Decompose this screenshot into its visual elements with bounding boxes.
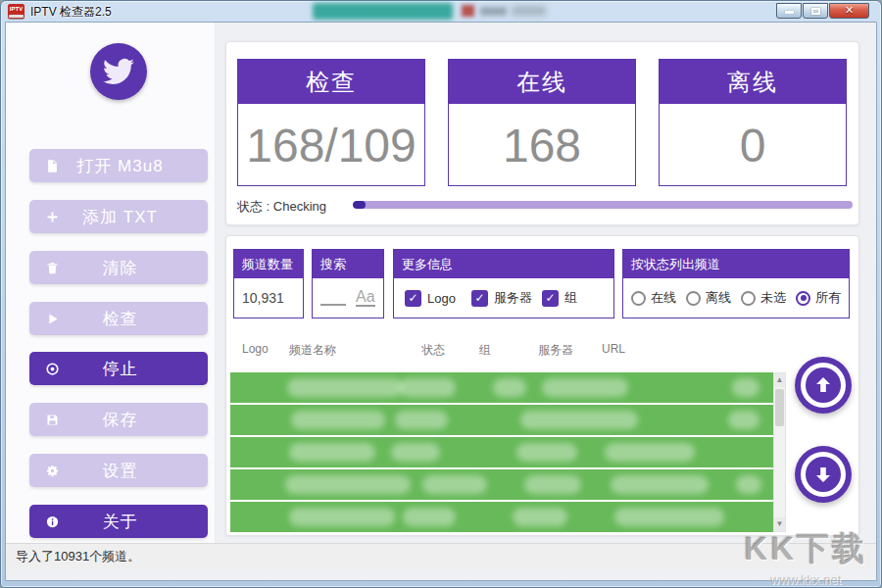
redacted-cell	[493, 378, 526, 397]
redacted-cell	[391, 443, 440, 462]
radio-label: 在线	[651, 289, 676, 307]
search-panel: 搜索 Aa	[312, 249, 384, 318]
stat-value: 168/109	[238, 104, 424, 186]
maximize-icon	[811, 8, 820, 15]
stat-card-offline: 离线 0	[659, 59, 847, 186]
stat-value: 168	[449, 104, 635, 186]
redacted-cell	[289, 508, 395, 526]
table-row[interactable]	[230, 469, 773, 500]
scroll-up-arrow-icon[interactable]: ▲	[774, 373, 785, 387]
info-icon	[45, 514, 60, 529]
close-button[interactable]	[829, 3, 869, 19]
redacted-cell	[289, 443, 375, 462]
table-row[interactable]	[230, 502, 773, 532]
redacted-cell	[524, 475, 581, 494]
redacted-cell	[399, 378, 456, 397]
window-title: IPTV 检查器2.5	[30, 4, 112, 21]
radio-all[interactable]	[796, 291, 810, 306]
redacted-cell	[516, 443, 577, 462]
redacted-cell	[422, 475, 487, 494]
play-icon	[45, 312, 60, 326]
save-icon	[45, 413, 60, 427]
checkbox-label: Logo	[427, 291, 456, 306]
maximize-button[interactable]	[803, 3, 828, 19]
sidebar: 打开 M3u8 添加 TXT 清除 检查 停止 保存	[6, 23, 216, 543]
redacted-cell	[291, 411, 385, 429]
radio-label: 离线	[706, 289, 731, 307]
redacted-cell	[542, 378, 628, 397]
column-header-name[interactable]: 频道名称	[289, 342, 336, 359]
trash-icon	[45, 261, 60, 275]
radio-unselected[interactable]	[741, 291, 756, 306]
record-icon	[45, 362, 60, 376]
radio-online[interactable]	[631, 291, 646, 306]
panel-title: 搜索	[313, 250, 383, 278]
channel-count-value: 10,931	[242, 290, 284, 306]
table-scrollbar[interactable]: ▲ ▼	[773, 372, 786, 532]
more-info-panel: 更多信息 Logo 服务器 组	[393, 249, 614, 318]
scroll-bottom-button[interactable]	[795, 446, 852, 503]
statusbar: 导入了10931个频道。	[6, 543, 876, 569]
redacted-cell	[614, 508, 724, 526]
stop-button[interactable]: 停止	[29, 352, 208, 385]
table-row[interactable]	[230, 437, 773, 467]
stat-title: 检查	[238, 60, 424, 104]
check-button[interactable]: 检查	[29, 302, 208, 335]
clear-button[interactable]: 清除	[29, 251, 208, 284]
radio-label: 所有	[815, 289, 841, 307]
window-controls	[776, 3, 869, 19]
blurred-overlay	[512, 6, 546, 16]
panel-title: 按状态列出频道	[623, 250, 849, 278]
column-header-group[interactable]: 组	[479, 342, 491, 359]
redacted-cell	[520, 411, 638, 429]
checkbox-label: 服务器	[494, 289, 532, 307]
blurred-overlay	[462, 5, 474, 17]
blurred-overlay	[480, 7, 507, 16]
stat-title: 离线	[660, 60, 846, 104]
about-button[interactable]: 关于	[29, 505, 208, 538]
arrow-up-icon	[811, 373, 835, 397]
progress-bar	[353, 201, 853, 209]
open-m3u8-button[interactable]: 打开 M3u8	[29, 149, 208, 182]
scroll-top-button[interactable]	[795, 357, 852, 414]
statusbar-text: 导入了10931个频道。	[16, 549, 140, 564]
scroll-down-arrow-icon[interactable]: ▼	[774, 517, 785, 531]
redacted-cell	[728, 411, 760, 429]
column-header-logo[interactable]: Logo	[242, 342, 269, 356]
twitter-logo[interactable]	[90, 43, 147, 100]
save-button[interactable]: 保存	[29, 403, 208, 436]
table-row[interactable]	[230, 372, 773, 403]
minimize-button[interactable]	[776, 3, 802, 19]
settings-button[interactable]: 设置	[29, 454, 208, 487]
table-row[interactable]	[230, 405, 773, 435]
group-checkbox[interactable]	[542, 290, 559, 307]
file-icon	[45, 159, 60, 173]
case-sensitive-toggle[interactable]: Aa	[356, 289, 375, 308]
scrollbar-thumb[interactable]	[775, 389, 784, 426]
redacted-cell	[285, 475, 411, 494]
radio-offline[interactable]	[686, 291, 701, 306]
checkbox-label: 组	[564, 289, 577, 307]
app-icon: IPTV	[8, 4, 24, 19]
status-label: 状态 : Checking	[237, 198, 326, 216]
search-input[interactable]	[320, 304, 346, 306]
channel-count-panel: 频道数量 10,931	[233, 249, 304, 318]
app-icon-text: IPTV	[10, 6, 23, 12]
titlebar[interactable]: IPTV IPTV 检查器2.5	[1, 1, 881, 22]
blurred-overlay	[313, 3, 453, 20]
logo-checkbox[interactable]	[405, 290, 421, 307]
redacted-cell	[395, 411, 448, 429]
app-window: IPTV IPTV 检查器2.5 打开 M3u8 添加 TXT	[0, 0, 882, 588]
redacted-cell	[611, 475, 709, 494]
gear-icon	[45, 464, 60, 478]
column-header-status[interactable]: 状态	[421, 342, 445, 359]
radio-label: 未选	[760, 289, 786, 307]
server-checkbox[interactable]	[471, 290, 488, 307]
add-txt-button[interactable]: 添加 TXT	[29, 200, 208, 233]
column-header-url[interactable]: URL	[602, 342, 625, 356]
panel-title: 更多信息	[394, 250, 613, 278]
column-header-server[interactable]: 服务器	[538, 342, 573, 359]
redacted-cell	[287, 378, 403, 397]
stat-value: 0	[660, 104, 846, 186]
stat-title: 在线	[449, 60, 635, 104]
